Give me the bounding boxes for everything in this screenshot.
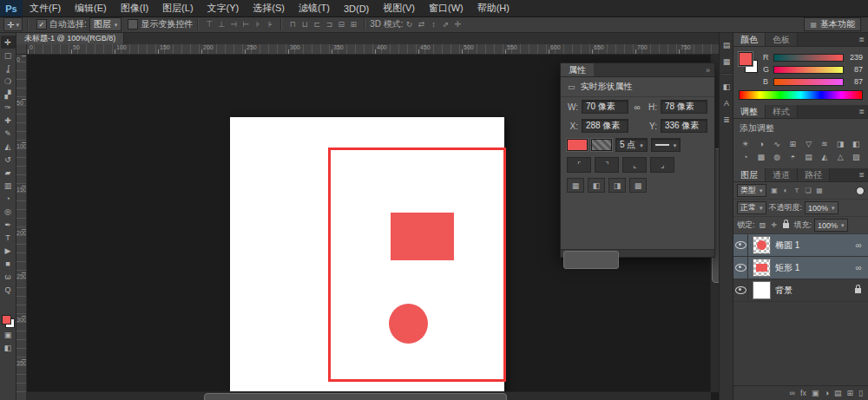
filter-kind-3-icon[interactable]: T xyxy=(792,187,803,194)
scrollbar-thumb[interactable] xyxy=(204,393,507,400)
corner-radius-3-icon[interactable]: ⌞ xyxy=(622,157,647,173)
layer-mask-icon[interactable]: ▣ xyxy=(812,390,819,397)
mode-3d-5-icon[interactable]: ✛ xyxy=(452,20,464,29)
tab-paths[interactable]: 路径 xyxy=(798,168,830,181)
current-tool-dropdown[interactable]: ✛ ▾ xyxy=(3,17,23,31)
adjustment-6-icon[interactable]: ≋ xyxy=(817,138,832,150)
slider-track[interactable] xyxy=(773,66,844,74)
move-tool[interactable]: ✛ xyxy=(1,36,16,49)
eyedropper-tool[interactable]: ✑ xyxy=(1,101,16,114)
gradient-tool[interactable]: ▥ xyxy=(1,179,16,192)
adjustment-3-icon[interactable]: ∿ xyxy=(770,138,785,150)
distribute-2-icon[interactable]: ⊔ xyxy=(299,20,311,29)
color-swatches[interactable] xyxy=(2,315,15,328)
color-swatch-stack[interactable] xyxy=(739,52,758,73)
lasso-tool[interactable]: ʆ xyxy=(1,62,16,75)
stroke-color-swatch[interactable] xyxy=(591,139,612,151)
slider-track[interactable] xyxy=(773,78,844,86)
properties-panel-header[interactable]: 属性 » xyxy=(561,63,714,77)
distribute-1-icon[interactable]: ⊓ xyxy=(286,20,299,29)
corner-radius-1-icon[interactable]: ⌜ xyxy=(567,157,591,173)
b-channel-slider[interactable]: B87 xyxy=(763,77,863,86)
adjustment-13-icon[interactable]: ▤ xyxy=(801,151,816,163)
crop-tool[interactable]: ▞ xyxy=(1,88,16,101)
x-field[interactable]: 288 像素 xyxy=(582,119,628,133)
layer-row[interactable]: 矩形 1∞ xyxy=(733,257,868,279)
screen-mode-icon[interactable]: ◧ xyxy=(1,341,16,354)
mode-3d-2-icon[interactable]: ⇄ xyxy=(416,20,428,29)
collapse-panel-icon[interactable]: » xyxy=(701,63,714,76)
corner-radius-4-icon[interactable]: ⌟ xyxy=(650,157,674,173)
visibility-toggle[interactable] xyxy=(733,257,748,279)
lock-2-icon[interactable]: ✛ xyxy=(769,221,779,229)
align-3-icon[interactable]: ⊣ xyxy=(227,20,240,29)
layer-style-icon[interactable]: fx xyxy=(800,390,806,397)
scrollbar-thumb[interactable] xyxy=(563,251,619,269)
height-field[interactable]: 78 像素 xyxy=(661,100,707,114)
color-spectrum-bar[interactable] xyxy=(739,90,863,100)
link-dimensions-icon[interactable]: ∞ xyxy=(632,102,642,112)
filter-kind-5-icon[interactable]: ▦ xyxy=(814,187,825,194)
layer-thumbnail[interactable] xyxy=(753,281,771,299)
adjustment-14-icon[interactable]: ◭ xyxy=(817,151,832,163)
width-field[interactable]: 70 像素 xyxy=(582,100,628,114)
blur-tool[interactable]: ◔ xyxy=(1,192,16,205)
layer-thumbnail[interactable] xyxy=(753,236,771,254)
marquee-tool[interactable]: ▢ xyxy=(1,49,16,62)
quick-selection-tool[interactable]: ❍ xyxy=(1,75,16,88)
tab-color[interactable]: 颜色 xyxy=(733,33,766,46)
panel-menu-icon[interactable]: ≣ xyxy=(855,168,868,181)
filter-kind-4-icon[interactable]: ❏ xyxy=(803,187,814,194)
workspace-switcher[interactable]: ▦ 基本功能 xyxy=(804,17,861,31)
shape-op-4-icon[interactable]: ▩ xyxy=(629,178,647,193)
history-brush-tool[interactable]: ↺ xyxy=(1,153,16,166)
vertical-ruler[interactable]: 050100150200250300350 xyxy=(16,54,27,400)
layer-thumbnail[interactable] xyxy=(753,259,771,277)
adjustment-16-icon[interactable]: ▨ xyxy=(849,151,864,163)
brush-tool[interactable]: ✎ xyxy=(1,127,16,140)
filter-toggle-icon[interactable] xyxy=(856,187,865,195)
ellipse-shape[interactable] xyxy=(389,304,428,344)
adjustment-12-icon[interactable]: ◓ xyxy=(786,151,800,163)
horizontal-ruler[interactable]: 0501001502002503003504004505005506006507… xyxy=(26,44,719,55)
menu-item-7[interactable]: 滤镜(T) xyxy=(292,0,337,16)
distribute-4-icon[interactable]: ⊐ xyxy=(323,20,335,29)
distribute-5-icon[interactable]: ⊟ xyxy=(335,20,347,29)
align-4-icon[interactable]: ⊢ xyxy=(240,20,252,29)
menu-item-8[interactable]: 3D(D) xyxy=(337,0,376,16)
lock-all-icon[interactable] xyxy=(783,223,789,228)
healing-brush-tool[interactable]: ✚ xyxy=(1,114,16,127)
adjustment-5-icon[interactable]: ▽ xyxy=(801,138,816,150)
g-channel-slider[interactable]: G87 xyxy=(763,65,863,74)
tab-properties[interactable]: 属性 xyxy=(561,63,594,76)
menu-item-1[interactable]: 文件(F) xyxy=(23,0,68,16)
layer-row[interactable]: 背景 xyxy=(733,279,868,302)
adjustment-15-icon[interactable]: △ xyxy=(833,151,848,163)
horizontal-scrollbar[interactable] xyxy=(26,391,711,400)
align-1-icon[interactable]: ⊤ xyxy=(203,20,215,29)
ruler-origin-box[interactable] xyxy=(16,44,27,55)
adjustment-9-icon[interactable]: ◔ xyxy=(738,151,753,163)
filter-kind-1-icon[interactable]: ▣ xyxy=(769,187,780,194)
mode-3d-1-icon[interactable]: ↻ xyxy=(404,20,416,29)
document-tab[interactable]: 未标题-1 @ 100%(RGB/8) xyxy=(16,33,124,44)
menu-item-2[interactable]: 编辑(E) xyxy=(68,0,114,16)
adjustment-2-icon[interactable]: ◑ xyxy=(753,138,768,150)
type-tool[interactable]: T xyxy=(1,231,16,244)
panel-menu-icon[interactable]: ≣ xyxy=(855,105,868,118)
align-2-icon[interactable]: ⊥ xyxy=(215,20,227,29)
stroke-type-dropdown[interactable]: ▾ xyxy=(651,138,681,152)
distribute-6-icon[interactable]: ⊞ xyxy=(347,20,359,29)
shape-op-3-icon[interactable]: ◨ xyxy=(608,178,626,193)
fill-field[interactable]: 100% ▾ xyxy=(814,219,848,232)
shape-tool[interactable]: ■ xyxy=(1,257,16,270)
panel-menu-icon[interactable]: ≣ xyxy=(855,33,868,46)
r-channel-slider[interactable]: R239 xyxy=(763,53,863,62)
history-panel-icon[interactable]: ▤ xyxy=(720,38,733,51)
menu-item-5[interactable]: 文字(Y) xyxy=(201,0,247,16)
tab-swatches[interactable]: 色板 xyxy=(766,33,798,46)
adjustment-4-icon[interactable]: ⊞ xyxy=(786,138,800,150)
distribute-3-icon[interactable]: ⊏ xyxy=(311,20,323,29)
layer-row[interactable]: 椭圆 1∞ xyxy=(733,234,868,257)
paragraph-panel-icon[interactable]: ≣ xyxy=(720,113,733,126)
